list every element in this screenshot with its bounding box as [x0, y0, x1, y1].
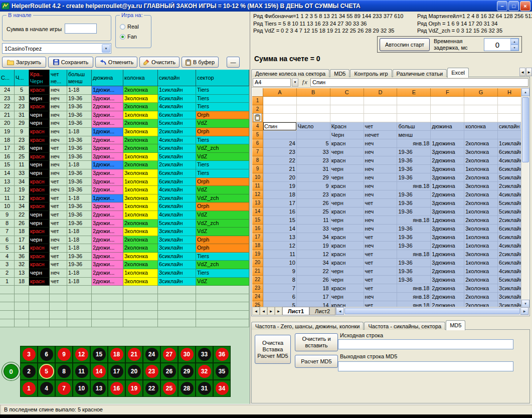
- excel-cell-G4[interactable]: колонка: [464, 122, 498, 131]
- excel-cell-F22[interactable]: 3дюжина: [431, 276, 464, 284]
- md5-source-input[interactable]: [338, 339, 513, 349]
- excel-cell-G20[interactable]: 1колонка: [464, 259, 498, 267]
- excel-cell-H11[interactable]: 2сиклайн: [498, 182, 521, 190]
- excel-cell-B4[interactable]: Число: [297, 122, 330, 131]
- excel-cell-B8[interactable]: 23: [297, 156, 330, 165]
- scroll-right-icon[interactable]: [520, 307, 528, 315]
- board-cell[interactable]: 8: [55, 363, 73, 380]
- board-cell[interactable]: 1: [20, 380, 38, 397]
- excel-cell-C6[interactable]: красн: [330, 139, 364, 148]
- excel-cell-E7[interactable]: 19-36: [397, 148, 431, 156]
- main-tab-1[interactable]: Деление колеса на сектора: [251, 69, 329, 77]
- scrollbar-thumb[interactable]: [522, 97, 529, 162]
- dash-button[interactable]: —: [227, 57, 240, 68]
- excel-cell-A21[interactable]: 9: [263, 267, 297, 276]
- start-sum-input[interactable]: [65, 24, 97, 34]
- board-cell[interactable]: 32: [196, 363, 213, 380]
- board-cell[interactable]: 7: [55, 380, 73, 397]
- excel-row-header-4[interactable]: 4: [252, 122, 263, 131]
- excel-cell-C20[interactable]: красн: [330, 259, 364, 267]
- excel-cell-H16[interactable]: 6сиклайн: [498, 225, 521, 233]
- radio-option-real[interactable]: Real: [120, 24, 139, 30]
- excel-cell-D11[interactable]: неч: [364, 182, 398, 190]
- excel-cell-E22[interactable]: 19-36: [397, 276, 431, 284]
- excel-cell-A22[interactable]: 8: [263, 276, 297, 284]
- excel-cell-B3[interactable]: [297, 114, 330, 122]
- board-cell[interactable]: 28: [178, 380, 196, 397]
- excel-horizontal-scrollbar[interactable]: [335, 307, 529, 315]
- excel-row-header-24[interactable]: 24: [252, 293, 263, 301]
- excel-cell-B21[interactable]: 22: [297, 267, 330, 276]
- excel-cell-E10[interactable]: 19-36: [397, 173, 431, 182]
- excel-cell-A5[interactable]: [263, 131, 297, 139]
- excel-cell-A15[interactable]: 15: [263, 216, 297, 225]
- excel-row-header-20[interactable]: 20: [252, 259, 263, 267]
- sheet-tab-2[interactable]: Лист2: [309, 307, 335, 315]
- cell-name-box[interactable]: A4: [253, 78, 291, 87]
- excel-cell-A17[interactable]: 13: [263, 233, 297, 242]
- excel-cell-D15[interactable]: неч: [364, 216, 398, 225]
- excel-row-header-8[interactable]: 8: [252, 156, 263, 165]
- excel-row-header-1[interactable]: 1: [252, 97, 263, 105]
- excel-cell-G1[interactable]: [464, 97, 498, 105]
- board-cell[interactable]: 4: [38, 380, 55, 397]
- excel-cell-H19[interactable]: 2сиклайн: [498, 250, 521, 259]
- excel-cell-A19[interactable]: 11: [263, 250, 297, 259]
- excel-cell-D12[interactable]: неч: [364, 190, 398, 199]
- excel-cell-D9[interactable]: неч: [364, 165, 398, 173]
- frequency-tab-3[interactable]: MD5: [446, 320, 465, 330]
- board-cell[interactable]: 16: [108, 380, 125, 397]
- excel-cell-B18[interactable]: 19: [297, 242, 330, 250]
- excel-cell-G23[interactable]: 3колонка: [464, 284, 498, 293]
- excel-cell-G19[interactable]: 3колонка: [464, 250, 498, 259]
- excel-cell-G16[interactable]: 3колонка: [464, 225, 498, 233]
- excel-cell-E19[interactable]: янв.18: [397, 250, 431, 259]
- main-tab-4[interactable]: Различные статьи: [393, 69, 447, 77]
- excel-cell-F18[interactable]: 2дюжина: [431, 242, 464, 250]
- minimize-icon[interactable]: [497, 1, 507, 11]
- board-cell[interactable]: 24: [143, 346, 160, 363]
- md5-calc-button[interactable]: Расчет MD5: [295, 355, 338, 368]
- excel-cell-C18[interactable]: красн: [330, 242, 364, 250]
- excel-cell-F8[interactable]: 2дюжина: [431, 156, 464, 165]
- excel-cell-G21[interactable]: 1колонка: [464, 267, 498, 276]
- excel-cell-D1[interactable]: [364, 97, 398, 105]
- board-cell[interactable]: 9: [55, 346, 73, 363]
- excel-cell-F19[interactable]: 1дюжина: [431, 250, 464, 259]
- excel-cell-G3[interactable]: [464, 114, 498, 122]
- tab-scroll-left-icon[interactable]: [519, 68, 525, 76]
- excel-cell-F6[interactable]: 1дюжина: [431, 139, 464, 148]
- board-cell[interactable]: 29: [178, 363, 196, 380]
- excel-cell-H13[interactable]: 5сиклайн: [498, 199, 521, 207]
- excel-row-header-10[interactable]: 10: [252, 173, 263, 182]
- excel-cell-A14[interactable]: 16: [263, 207, 297, 216]
- excel-cell-D8[interactable]: неч: [364, 156, 398, 165]
- excel-row-header-22[interactable]: 22: [252, 276, 263, 284]
- board-cell[interactable]: 25: [160, 380, 178, 397]
- excel-cell-F17[interactable]: 3дюжина: [431, 233, 464, 242]
- excel-vertical-scrollbar[interactable]: [521, 88, 529, 308]
- excel-cell-E8[interactable]: 19-36: [397, 156, 431, 165]
- title-bar[interactable]: HelperRoullet 4.2 - create helperroullet…: [0, 0, 532, 12]
- excel-cell-B24[interactable]: 17: [297, 293, 330, 301]
- board-cell[interactable]: 27: [160, 346, 178, 363]
- excel-cell-C15[interactable]: черн: [330, 216, 364, 225]
- formula-input[interactable]: Спин: [310, 78, 528, 87]
- excel-cell-F3[interactable]: [431, 114, 464, 122]
- excel-cell-E17[interactable]: 19-36: [397, 233, 431, 242]
- excel-cell-F23[interactable]: 2дюжина: [431, 284, 464, 293]
- board-cell[interactable]: 5: [38, 363, 55, 380]
- excel-cell-F20[interactable]: 3дюжина: [431, 259, 464, 267]
- excel-col-header-F[interactable]: F: [431, 88, 464, 97]
- excel-cell-C13[interactable]: черн: [330, 199, 364, 207]
- excel-cell-H2[interactable]: [498, 105, 521, 114]
- excel-cell-G7[interactable]: 3колонка: [464, 148, 498, 156]
- board-cell[interactable]: 18: [108, 346, 125, 363]
- excel-cell-E4[interactable]: больш: [397, 122, 431, 131]
- excel-cell-B7[interactable]: 33: [297, 148, 330, 156]
- excel-cell-H23[interactable]: 3сиклайн: [498, 284, 521, 293]
- md5-output-input[interactable]: [338, 361, 513, 371]
- excel-cell-D5[interactable]: нечет: [364, 131, 398, 139]
- md5-clear-paste-calc-button[interactable]: Очистка Вставка Расчет MD5: [255, 335, 291, 364]
- excel-cell-E2[interactable]: [397, 105, 431, 114]
